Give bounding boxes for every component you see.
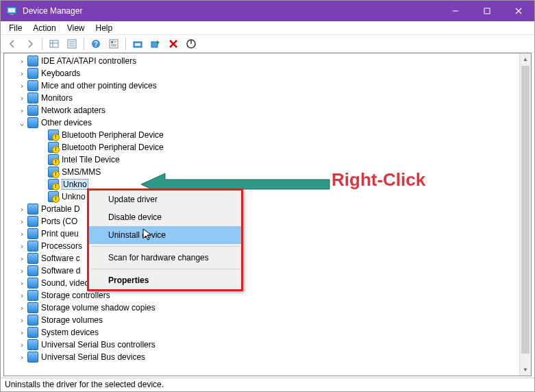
- expand-icon[interactable]: ›: [18, 106, 26, 114]
- tree-row[interactable]: ›Processors: [4, 240, 531, 252]
- context-properties[interactable]: Properties: [89, 271, 241, 289]
- tree-item-label[interactable]: Intel Tile Device: [62, 155, 120, 164]
- expand-icon[interactable]: ›: [18, 242, 26, 250]
- tree-row[interactable]: ›Portable D: [4, 203, 531, 215]
- tree-item-label[interactable]: Unkno: [62, 179, 88, 190]
- expand-icon[interactable]: ›: [18, 57, 26, 65]
- tree-row[interactable]: ›Software c: [4, 252, 531, 265]
- scroll-thumb[interactable]: [521, 66, 530, 354]
- expand-icon[interactable]: ›: [18, 69, 26, 77]
- tree-row[interactable]: ⌄Other devices: [4, 117, 531, 129]
- tree-item-label[interactable]: Portable D: [41, 204, 80, 214]
- tree-row[interactable]: ›Software d: [4, 265, 531, 277]
- tree-row[interactable]: ›Ports (CO: [4, 215, 531, 228]
- expand-icon[interactable]: ›: [18, 279, 26, 287]
- forward-button[interactable]: [23, 36, 38, 51]
- tree-item-label[interactable]: Bluetooth Peripheral Device: [62, 130, 164, 140]
- expand-icon[interactable]: ›: [18, 328, 26, 336]
- scroll-up-arrow[interactable]: ▲: [520, 53, 531, 65]
- tree-item-label[interactable]: Monitors: [41, 93, 73, 103]
- tree-row[interactable]: ›Monitors: [4, 92, 531, 104]
- update-driver-button[interactable]: [130, 36, 145, 51]
- tree-row[interactable]: ›Storage volume shadow copies: [4, 302, 531, 314]
- tree-item-label[interactable]: Universal Serial Bus controllers: [41, 340, 155, 350]
- device-tree[interactable]: ›IDE ATA/ATAPI controllers›Keyboards›Mic…: [4, 53, 531, 376]
- scan-hardware-button[interactable]: [148, 36, 163, 51]
- tree-item-label[interactable]: Mice and other pointing devices: [41, 81, 157, 90]
- tree-item-label[interactable]: Print queu: [41, 229, 79, 238]
- unknown-device-icon: [48, 142, 59, 153]
- disable-button[interactable]: [184, 36, 199, 51]
- tree-item-label[interactable]: Processors: [41, 241, 82, 251]
- vertical-scrollbar[interactable]: ▲ ▼: [519, 53, 531, 376]
- minimize-button[interactable]: [440, 1, 471, 21]
- tree-item-label[interactable]: Software d: [41, 266, 80, 275]
- tree-item-label[interactable]: Universal Serial Bus devices: [41, 352, 145, 362]
- tree-item-label[interactable]: Storage volumes: [41, 315, 103, 325]
- tree-item-label[interactable]: System devices: [41, 328, 99, 337]
- menu-action[interactable]: Action: [27, 22, 61, 34]
- expand-icon[interactable]: ›: [18, 353, 26, 361]
- tree-row[interactable]: Bluetooth Peripheral Device: [4, 141, 531, 154]
- tree-item-label[interactable]: Bluetooth Peripheral Device: [62, 143, 164, 152]
- help-button[interactable]: ?: [88, 36, 103, 51]
- title-bar: Device Manager: [1, 1, 534, 21]
- expand-icon[interactable]: ›: [18, 230, 26, 238]
- tree-item-label[interactable]: IDE ATA/ATAPI controllers: [41, 56, 136, 66]
- tree-row[interactable]: Unkno: [4, 191, 531, 203]
- scroll-down-arrow[interactable]: ▼: [520, 364, 531, 376]
- expand-icon[interactable]: ›: [18, 205, 26, 213]
- context-uninstall-device[interactable]: Uninstall device: [89, 226, 241, 244]
- window-controls: [440, 1, 534, 21]
- tree-row[interactable]: ›Print queu: [4, 228, 531, 240]
- tree-item-label[interactable]: Network adapters: [41, 106, 105, 115]
- expand-icon[interactable]: ›: [18, 341, 26, 349]
- tree-row[interactable]: ›Mice and other pointing devices: [4, 79, 531, 92]
- tree-row[interactable]: ›System devices: [4, 326, 531, 339]
- tree-row[interactable]: ›Universal Serial Bus controllers: [4, 339, 531, 351]
- expand-icon[interactable]: ›: [18, 217, 26, 225]
- status-bar: Uninstalls the driver for the selected d…: [1, 378, 534, 391]
- tree-item-label[interactable]: Storage volume shadow copies: [41, 303, 155, 313]
- tree-row[interactable]: ›Storage volumes: [4, 314, 531, 326]
- tree-row[interactable]: ›Storage controllers: [4, 289, 531, 302]
- menu-file[interactable]: File: [3, 22, 27, 34]
- tree-item-label[interactable]: Other devices: [41, 118, 92, 127]
- tree-row[interactable]: SMS/MMS: [4, 166, 531, 178]
- expand-icon[interactable]: ›: [18, 267, 26, 275]
- tree-item-label[interactable]: Keyboards: [41, 69, 80, 78]
- tree-item-label[interactable]: Storage controllers: [41, 291, 110, 300]
- close-button[interactable]: [503, 1, 534, 21]
- menu-help[interactable]: Help: [90, 22, 119, 34]
- collapse-icon[interactable]: ⌄: [18, 119, 26, 127]
- tree-row[interactable]: ›Network adapters: [4, 104, 531, 117]
- tree-item-label[interactable]: Software c: [41, 254, 80, 263]
- context-update-driver[interactable]: Update driver: [89, 191, 241, 208]
- expand-icon[interactable]: ›: [18, 94, 26, 102]
- tree-row[interactable]: ›IDE ATA/ATAPI controllers: [4, 55, 531, 67]
- tree-row[interactable]: ›Sound, video and game controllers: [4, 277, 531, 289]
- tree-item-label[interactable]: Unkno: [62, 192, 86, 201]
- tree-row[interactable]: ›Keyboards: [4, 67, 531, 79]
- expand-icon[interactable]: ›: [18, 82, 26, 90]
- tree-item-label[interactable]: SMS/MMS: [62, 167, 101, 177]
- tree-row[interactable]: Unkno: [4, 178, 531, 191]
- tree-row[interactable]: Intel Tile Device: [4, 154, 531, 166]
- maximize-button[interactable]: [471, 1, 503, 21]
- context-scan-hardware[interactable]: Scan for hardware changes: [89, 249, 241, 267]
- properties-sheet-button[interactable]: [64, 36, 79, 51]
- tree-item-label[interactable]: Ports (CO: [41, 217, 77, 226]
- menu-view[interactable]: View: [62, 22, 90, 34]
- tree-row[interactable]: Bluetooth Peripheral Device: [4, 129, 531, 141]
- back-button[interactable]: [5, 36, 20, 51]
- toolbar-properties-button[interactable]: [106, 36, 121, 51]
- context-disable-device[interactable]: Disable device: [89, 208, 241, 226]
- uninstall-button[interactable]: [166, 36, 181, 51]
- expand-icon[interactable]: ›: [18, 291, 26, 299]
- expand-icon[interactable]: ›: [18, 254, 26, 262]
- tree-row[interactable]: ›Universal Serial Bus devices: [4, 351, 531, 363]
- expand-icon[interactable]: ›: [18, 304, 26, 312]
- show-hidden-button[interactable]: [47, 36, 62, 51]
- monitor-icon: [27, 93, 38, 103]
- expand-icon[interactable]: ›: [18, 316, 26, 324]
